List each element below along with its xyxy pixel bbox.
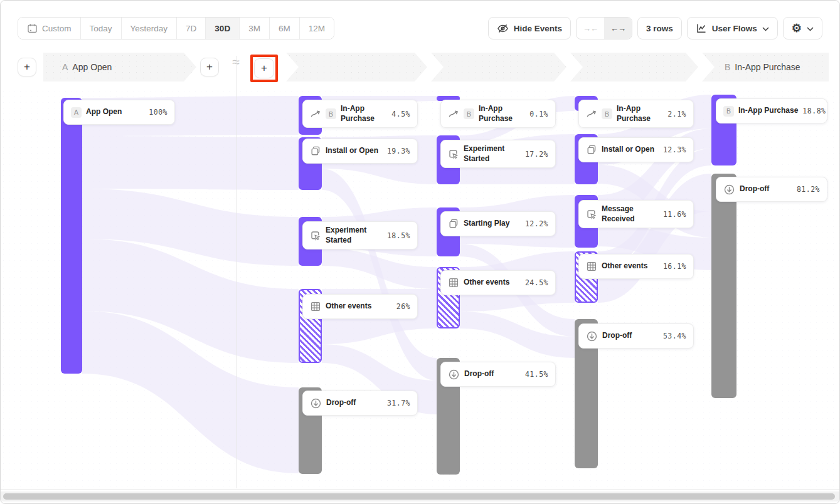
between-band-1[interactable] (286, 53, 427, 81)
flow-node-card-experiment-started[interactable]: Experiment Started18.5% (302, 221, 418, 249)
drop-off-icon (586, 330, 598, 342)
date-label: Yesterday (130, 24, 168, 33)
node-label: In-App Purchase (617, 104, 663, 123)
between-band-2[interactable] (431, 53, 566, 81)
between-band-3[interactable] (570, 53, 698, 81)
flow-node-card-starting-play[interactable]: Starting Play12.2% (440, 211, 556, 236)
toolbar: Custom Today Yesterday 7D 30D 3M 6M 12M … (18, 17, 822, 39)
canvas-bottom-border (1, 489, 839, 490)
date-range-3m[interactable]: 3M (240, 18, 270, 39)
step-b-letter: B (725, 62, 730, 72)
node-label: In-App Purchase (479, 104, 525, 123)
date-label: Today (90, 24, 112, 33)
node-label: Starting Play (464, 219, 521, 229)
horizontal-scrollbar[interactable] (1, 491, 839, 501)
date-range-group: Custom Today Yesterday 7D 30D 3M 6M 12M (18, 17, 334, 39)
goal-arrow-icon (586, 109, 597, 119)
node-percent: 12.3% (663, 145, 686, 154)
flow-bar-drop-off[interactable] (711, 174, 736, 398)
step-badge-b: B (602, 108, 612, 119)
node-label: Other events (602, 261, 659, 271)
flow-node-card-app-open[interactable]: AApp Open100% (63, 100, 175, 125)
date-range-12m[interactable]: 12M (300, 18, 334, 39)
annotation-highlight-box: + (250, 55, 278, 82)
flow-node-card-other-events[interactable]: Other events24.5% (440, 270, 556, 295)
add-step-before-a-button[interactable]: + (18, 58, 36, 76)
flow-node-card-install-or-open[interactable]: Install or Open12.3% (578, 137, 694, 162)
hide-events-label: Hide Events (514, 24, 562, 33)
click-event-icon (448, 149, 459, 160)
node-percent: 100% (149, 108, 167, 117)
other-events-grid-icon (310, 301, 321, 312)
flows-chart-icon (696, 23, 707, 34)
flow-node-card-drop-off[interactable]: Drop-off53.4% (578, 323, 694, 349)
goal-arrow-icon (448, 109, 459, 119)
flow-node-card-in-app-purchase[interactable]: BIn-App Purchase18.8% (716, 98, 827, 123)
flow-node-card-other-events[interactable]: Other events26% (302, 294, 418, 319)
hide-events-button[interactable]: Hide Events (488, 17, 571, 39)
node-label: Drop-off (740, 184, 792, 194)
add-step-button[interactable]: + (254, 58, 274, 78)
node-label: Experiment Started (326, 226, 383, 245)
flow-node-card-in-app-purchase[interactable]: BIn-App Purchase2.1% (578, 100, 694, 128)
date-range-yesterday[interactable]: Yesterday (122, 18, 178, 39)
flow-node-card-message-received[interactable]: Message Received11.6% (578, 200, 694, 228)
scrollbar-thumb[interactable] (3, 493, 835, 500)
rows-button[interactable]: 3 rows (637, 17, 682, 39)
step-badge-b: B (326, 108, 336, 119)
rows-label: 3 rows (646, 24, 673, 33)
user-flows-report: Custom Today Yesterday 7D 30D 3M 6M 12M … (0, 0, 840, 504)
node-label: In-App Purchase (341, 104, 387, 123)
view-picker-label: User Flows (712, 24, 757, 33)
step-badge-a: A (71, 107, 82, 118)
date-range-7d[interactable]: 7D (177, 18, 206, 39)
column-width-toggle: →← ←→ (576, 17, 632, 39)
flow-node-card-install-or-open[interactable]: Install or Open19.3% (302, 139, 418, 164)
drop-off-icon (723, 184, 735, 196)
flow-node-card-other-events[interactable]: Other events16.1% (578, 254, 694, 279)
date-label: 30D (215, 24, 230, 33)
settings-button[interactable]: ⚙ (783, 17, 822, 39)
flow-node-card-drop-off[interactable]: Drop-off41.5% (440, 362, 556, 387)
node-label: Install or Open (602, 145, 659, 155)
flow-node-card-in-app-purchase[interactable]: BIn-App Purchase0.1% (440, 100, 556, 128)
add-step-after-a-button[interactable]: + (200, 58, 219, 76)
arrows-expand-icon[interactable]: ←→ (604, 18, 632, 39)
step-b-label: In-App Purchase (735, 62, 800, 72)
node-label: Drop-off (602, 331, 659, 341)
date-label: 12M (309, 24, 325, 33)
node-label: Install or Open (326, 146, 383, 156)
date-range-30d-selected[interactable]: 30D (206, 18, 240, 39)
step-a-band[interactable]: A App Open (43, 53, 196, 81)
node-label: Drop-off (464, 369, 521, 379)
flow-node-card-experiment-started[interactable]: Experiment Started17.2% (440, 140, 556, 168)
flow-node-card-in-app-purchase[interactable]: BIn-App Purchase4.5% (302, 100, 418, 128)
goal-arrow-icon (310, 109, 321, 119)
node-percent: 11.6% (663, 210, 686, 219)
date-label: 6M (279, 24, 290, 33)
node-percent: 19.3% (387, 147, 410, 155)
flow-bar-app-open[interactable] (61, 98, 82, 374)
node-percent: 18.5% (387, 231, 410, 240)
flow-node-card-drop-off[interactable]: Drop-off81.2% (716, 177, 827, 202)
drop-off-icon (310, 397, 322, 409)
flow-node-card-drop-off[interactable]: Drop-off31.7% (302, 391, 418, 416)
node-percent: 31.7% (387, 399, 410, 407)
step-badge-b: B (723, 106, 734, 117)
node-percent: 16.1% (663, 262, 686, 271)
date-range-today[interactable]: Today (81, 18, 122, 39)
node-label: Message Received (602, 204, 659, 224)
step-b-band[interactable]: B In-App Purchase (702, 53, 829, 81)
date-range-6m[interactable]: 6M (270, 18, 300, 39)
eye-off-icon (497, 23, 509, 34)
other-events-grid-icon (448, 277, 459, 288)
date-range-custom[interactable]: Custom (18, 18, 81, 39)
toolbar-right: Hide Events →← ←→ 3 rows User Flows (488, 17, 822, 39)
calendar-icon (27, 23, 38, 34)
arrows-collapse-icon[interactable]: →← (577, 18, 604, 39)
view-picker-button[interactable]: User Flows (687, 17, 778, 39)
other-events-grid-icon (586, 261, 597, 272)
node-percent: 4.5% (391, 110, 410, 118)
node-label: App Open (86, 107, 144, 117)
window-event-icon (310, 145, 321, 157)
